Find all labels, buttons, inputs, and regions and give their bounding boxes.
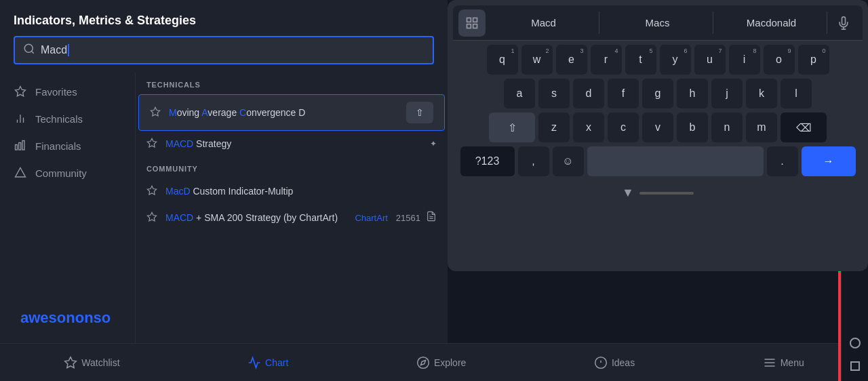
key-shift[interactable]: ⇧ (489, 113, 535, 142)
svg-rect-7 (19, 143, 21, 151)
key-p[interactable]: p0 (798, 45, 829, 75)
nav-explore[interactable]: Explore (406, 350, 477, 375)
key-enter[interactable]: → (802, 146, 856, 176)
star-favorite-icon[interactable] (150, 106, 162, 119)
keyboard-row-1: q1 w2 e3 r4 t5 y6 u7 i8 o9 p0 (456, 45, 860, 75)
community-section-header: COMMUNITY (136, 157, 448, 178)
key-m[interactable]: m (746, 113, 777, 142)
key-k[interactable]: k (746, 79, 777, 108)
keyboard-rows: q1 w2 e3 r4 t5 y6 u7 i8 o9 p0 a s d f g … (453, 41, 863, 180)
key-w[interactable]: w2 (521, 45, 553, 75)
keyboard-row-2: a s d f g h j k l (456, 79, 860, 108)
key-e[interactable]: e3 (556, 45, 587, 75)
keyboard-suggestions-bar: Macd Macs Macdonald (453, 5, 863, 41)
key-u[interactable]: u7 (694, 45, 726, 75)
nav-watchlist[interactable]: Watchlist (53, 350, 130, 375)
watchlist-icon (64, 356, 77, 369)
svg-line-1 (31, 51, 33, 53)
key-numbers[interactable]: ?123 (460, 146, 515, 176)
key-r[interactable]: r4 (591, 45, 622, 75)
key-c[interactable]: c (608, 113, 639, 142)
key-a[interactable]: a (504, 79, 535, 108)
key-s[interactable]: s (538, 79, 570, 108)
key-x[interactable]: x (573, 113, 604, 142)
sidebar-item-technicals[interactable]: Technicals (0, 105, 135, 132)
nav-watchlist-label: Watchlist (81, 357, 119, 368)
sidebar-label-financials: Financials (35, 140, 81, 152)
shift-key-inline[interactable]: ⇧ (406, 102, 433, 123)
key-t[interactable]: t5 (625, 45, 656, 75)
svg-marker-11 (147, 138, 156, 147)
sidebar: Favorites Technicals (0, 73, 136, 381)
result-author[interactable]: ChartArt (355, 213, 387, 223)
menu-icon (763, 356, 776, 369)
nav-menu[interactable]: Menu (752, 350, 815, 375)
macd-result-name: Moving Average Convergence D (169, 107, 401, 118)
key-o[interactable]: o9 (764, 45, 795, 75)
key-b[interactable]: b (677, 113, 708, 142)
svg-rect-6 (16, 145, 18, 151)
sidebar-item-community[interactable]: Community (0, 159, 135, 186)
macd-sma-name: MACD + SMA 200 Strategy (by ChartArt) (165, 212, 347, 223)
handle-bar (639, 192, 694, 195)
key-y[interactable]: y6 (660, 45, 691, 75)
star-strategy-icon[interactable] (146, 138, 159, 150)
svg-marker-22 (65, 357, 77, 367)
macd-strategy-name: MACD Strategy (165, 138, 426, 149)
community-icon (14, 166, 27, 180)
record-button[interactable] (846, 334, 865, 353)
search-icon (23, 43, 35, 58)
bottom-nav: Watchlist Chart Explore Ideas (0, 343, 868, 381)
keyboard-grid-icon[interactable] (458, 9, 486, 37)
svg-rect-18 (467, 24, 471, 28)
key-j[interactable]: j (711, 79, 743, 108)
nav-menu-label: Menu (781, 357, 804, 368)
key-period[interactable]: . (767, 146, 798, 176)
key-f[interactable]: f (608, 79, 639, 108)
key-q[interactable]: q1 (487, 45, 518, 75)
sidebar-label-favorites: Favorites (35, 86, 77, 98)
sidebar-item-financials[interactable]: Financials (0, 132, 135, 159)
key-space[interactable] (587, 146, 764, 176)
microphone-icon[interactable] (830, 9, 857, 37)
sidebar-item-favorites[interactable]: Favorites (0, 78, 135, 105)
suggestion-macdonald[interactable]: Macdonald (716, 12, 827, 34)
svg-rect-19 (473, 24, 477, 28)
doc-icon (426, 211, 437, 224)
key-backspace[interactable]: ⌫ (781, 113, 827, 142)
star-sma-icon[interactable] (146, 212, 159, 224)
square-button[interactable] (846, 357, 865, 376)
key-l[interactable]: l (781, 79, 812, 108)
nav-explore-label: Explore (434, 357, 466, 368)
nav-ideas[interactable]: Ideas (583, 350, 646, 375)
key-n[interactable]: n (711, 113, 743, 142)
key-emoji[interactable]: ☺ (553, 146, 584, 176)
search-box[interactable]: Macd (14, 36, 434, 64)
svg-marker-10 (151, 107, 159, 116)
key-comma[interactable]: , (518, 146, 549, 176)
key-d[interactable]: d (573, 79, 604, 108)
result-macd-indicator[interactable]: Moving Average Convergence D ⇧ (138, 94, 445, 131)
suggestion-macs[interactable]: Macs (602, 12, 713, 34)
key-z[interactable]: z (538, 113, 570, 142)
svg-point-23 (418, 357, 429, 368)
strategy-sparkle-icon: ✦ (430, 139, 437, 148)
nav-chart[interactable]: Chart (237, 350, 299, 375)
suggestion-macd[interactable]: Macd (488, 12, 599, 34)
star-custom-icon[interactable] (146, 185, 159, 197)
nav-chart-label: Chart (265, 357, 288, 368)
result-macd-strategy[interactable]: MACD Strategy ✦ (136, 131, 448, 157)
key-i[interactable]: i8 (729, 45, 760, 75)
result-macd-sma[interactable]: MACD + SMA 200 Strategy (by ChartArt) Ch… (136, 204, 448, 231)
key-h[interactable]: h (677, 79, 708, 108)
svg-rect-8 (22, 141, 24, 151)
svg-point-0 (24, 44, 33, 52)
svg-rect-16 (467, 18, 471, 22)
chevron-down-icon[interactable]: ▼ (622, 186, 634, 200)
result-macd-custom[interactable]: MacD Custom Indicator-Multip (136, 178, 448, 204)
nav-ideas-label: Ideas (612, 357, 635, 368)
svg-rect-17 (473, 18, 477, 22)
key-v[interactable]: v (642, 113, 673, 142)
keyboard-row-4: ?123 , ☺ . → (456, 146, 860, 176)
key-g[interactable]: g (642, 79, 673, 108)
